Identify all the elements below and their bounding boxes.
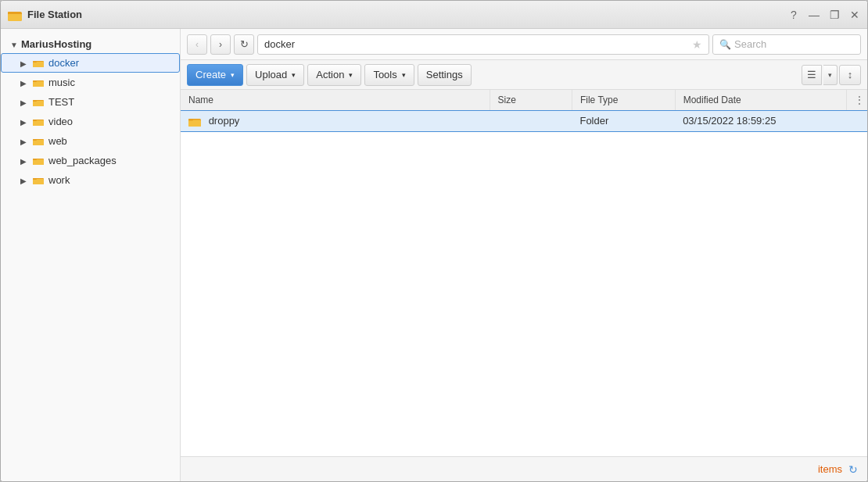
folder-icon-web-packages bbox=[33, 156, 44, 166]
app-icon bbox=[7, 7, 23, 23]
sidebar-item-work[interactable]: work bbox=[1, 170, 180, 190]
help-button[interactable]: ? bbox=[787, 9, 800, 21]
refresh-button[interactable]: ↻ bbox=[234, 34, 254, 55]
file-table: Name Size File Type Modified Date bbox=[181, 90, 867, 132]
svg-rect-7 bbox=[33, 81, 44, 87]
sidebar-item-test[interactable]: TEST bbox=[1, 92, 180, 112]
status-refresh-button[interactable]: ↻ bbox=[848, 463, 858, 476]
window-title: File Station bbox=[27, 9, 82, 20]
file-panel: ‹ › ↻ docker ★ 🔍 Search Create ▾ bbox=[181, 29, 867, 481]
sidebar-item-music-label: music bbox=[48, 77, 75, 88]
sidebar-item-video-label: video bbox=[48, 116, 73, 127]
path-bar: docker ★ bbox=[257, 34, 709, 55]
view-dropdown-icon: ▾ bbox=[828, 71, 832, 79]
title-bar-left: File Station bbox=[7, 7, 82, 23]
svg-rect-10 bbox=[33, 101, 44, 106]
favorite-star-button[interactable]: ★ bbox=[692, 38, 702, 51]
tools-button[interactable]: Tools ▾ bbox=[364, 64, 414, 86]
create-dropdown-arrow: ▾ bbox=[231, 71, 235, 79]
folder-icon-docker bbox=[33, 59, 44, 68]
sidebar-item-web-label: web bbox=[48, 135, 67, 147]
forward-button[interactable]: › bbox=[210, 34, 231, 55]
sort-button[interactable]: ↕ bbox=[839, 65, 861, 85]
file-modified-date-cell: 03/15/2022 18:59:25 bbox=[675, 111, 847, 132]
close-button[interactable]: ✕ bbox=[848, 9, 861, 21]
tools-dropdown-arrow: ▾ bbox=[402, 71, 406, 79]
view-controls: ☰ ▾ ↕ bbox=[802, 65, 861, 85]
file-table-container: Name Size File Type Modified Date bbox=[181, 90, 867, 456]
sidebar-root-mariushosting[interactable]: MariusHosting bbox=[1, 35, 180, 53]
create-button[interactable]: Create ▾ bbox=[187, 64, 243, 86]
table-row[interactable]: droppy Folder 03/15/2022 18:59:25 bbox=[181, 111, 867, 132]
svg-rect-22 bbox=[33, 179, 44, 184]
sidebar-item-music[interactable]: music bbox=[1, 73, 180, 92]
column-header-more[interactable]: ⋮ bbox=[847, 90, 867, 111]
svg-rect-23 bbox=[33, 178, 37, 180]
work-caret-icon bbox=[20, 177, 28, 184]
items-count-label: items bbox=[818, 463, 842, 475]
svg-rect-17 bbox=[33, 139, 37, 141]
file-name-cell: droppy bbox=[181, 111, 490, 132]
folder-icon-video bbox=[33, 117, 44, 127]
file-more-cell[interactable] bbox=[847, 111, 867, 132]
svg-rect-2 bbox=[8, 12, 13, 14]
create-button-label: Create bbox=[195, 69, 226, 80]
sidebar-item-docker[interactable]: docker bbox=[1, 53, 180, 73]
action-button[interactable]: Action ▾ bbox=[307, 64, 361, 86]
sidebar-item-video[interactable]: video bbox=[1, 112, 180, 131]
sidebar-item-web-packages[interactable]: web_packages bbox=[1, 151, 180, 170]
docker-caret-icon bbox=[20, 59, 28, 67]
table-header-row: Name Size File Type Modified Date bbox=[181, 90, 867, 111]
file-size-cell bbox=[490, 111, 572, 132]
settings-button-label: Settings bbox=[426, 69, 463, 80]
upload-button[interactable]: Upload ▾ bbox=[246, 64, 304, 86]
folder-icon-test bbox=[33, 98, 44, 107]
web-packages-caret-icon bbox=[20, 157, 28, 165]
column-header-modified-date: Modified Date bbox=[675, 90, 847, 111]
file-type-cell: Folder bbox=[572, 111, 675, 132]
view-dropdown-button[interactable]: ▾ bbox=[823, 65, 838, 85]
svg-rect-26 bbox=[188, 119, 193, 121]
sidebar-item-docker-label: docker bbox=[48, 57, 79, 69]
status-bar: items ↻ bbox=[181, 456, 867, 481]
test-caret-icon bbox=[20, 98, 28, 106]
svg-rect-1 bbox=[8, 13, 22, 21]
sidebar-item-test-label: TEST bbox=[48, 96, 74, 108]
svg-rect-4 bbox=[33, 62, 44, 67]
search-bar[interactable]: 🔍 Search bbox=[712, 34, 861, 55]
svg-rect-19 bbox=[33, 159, 44, 165]
path-text: docker bbox=[264, 38, 295, 50]
tools-button-label: Tools bbox=[373, 69, 396, 80]
sidebar-root-label: MariusHosting bbox=[21, 38, 91, 50]
svg-rect-8 bbox=[33, 80, 37, 82]
svg-rect-13 bbox=[33, 120, 44, 126]
settings-button[interactable]: Settings bbox=[418, 64, 472, 86]
svg-rect-16 bbox=[33, 140, 44, 145]
navigation-toolbar: ‹ › ↻ docker ★ 🔍 Search bbox=[181, 29, 867, 60]
folder-icon-music bbox=[33, 78, 44, 87]
main-content: MariusHosting docker music bbox=[1, 29, 867, 481]
svg-rect-20 bbox=[33, 159, 37, 160]
root-caret-icon bbox=[10, 41, 18, 48]
folder-icon-work bbox=[33, 176, 44, 185]
title-bar-controls: ? — ❐ ✕ bbox=[787, 9, 861, 21]
search-placeholder-text: Search bbox=[734, 38, 766, 50]
folder-icon-web bbox=[33, 137, 44, 146]
column-header-file-type: File Type bbox=[572, 90, 675, 111]
svg-rect-5 bbox=[33, 61, 37, 62]
list-view-button[interactable]: ☰ bbox=[802, 65, 822, 85]
sidebar-item-web[interactable]: web bbox=[1, 131, 180, 151]
minimize-button[interactable]: — bbox=[808, 9, 820, 21]
file-station-window: File Station ? — ❐ ✕ MariusHosting bbox=[0, 0, 868, 482]
svg-rect-25 bbox=[188, 120, 201, 127]
column-header-size: Size bbox=[490, 90, 572, 111]
upload-button-label: Upload bbox=[255, 69, 287, 80]
back-button[interactable]: ‹ bbox=[187, 34, 207, 55]
restore-button[interactable]: ❐ bbox=[828, 9, 841, 21]
action-toolbar: Create ▾ Upload ▾ Action ▾ Tools ▾ Setti… bbox=[181, 60, 867, 90]
title-bar: File Station ? — ❐ ✕ bbox=[1, 1, 867, 29]
sidebar: MariusHosting docker music bbox=[1, 29, 181, 481]
music-caret-icon bbox=[20, 79, 28, 87]
web-caret-icon bbox=[20, 137, 28, 145]
svg-rect-11 bbox=[33, 100, 37, 102]
